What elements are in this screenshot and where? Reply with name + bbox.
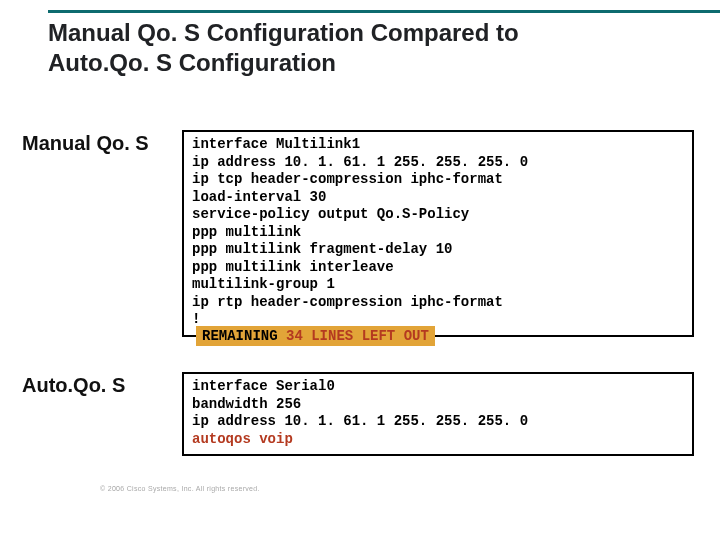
remaining-accent: 34 LINES LEFT OUT (286, 328, 429, 344)
auto-code-box: interface Serial0 bandwidth 256 ip addre… (182, 372, 694, 456)
auto-label: Auto.Qo. S (22, 372, 182, 397)
manual-code-box: interface Multilink1 ip address 10. 1. 6… (182, 130, 694, 337)
remaining-banner: REMAINING 34 LINES LEFT OUT (196, 326, 435, 346)
copyright: © 2006 Cisco Systems, Inc. All rights re… (100, 485, 260, 492)
title-rule (48, 10, 720, 13)
manual-label: Manual Qo. S (22, 130, 182, 155)
auto-row: Auto.Qo. S interface Serial0 bandwidth 2… (22, 372, 694, 456)
remaining-prefix: REMAINING (202, 328, 286, 344)
slide-title: Manual Qo. S Configuration Compared to A… (48, 18, 608, 78)
auto-code: interface Serial0 bandwidth 256 ip addre… (192, 378, 684, 448)
auto-code-highlight: autoqos voip (192, 431, 293, 447)
manual-row: Manual Qo. S interface Multilink1 ip add… (22, 130, 694, 337)
manual-code: interface Multilink1 ip address 10. 1. 6… (192, 136, 684, 329)
auto-code-plain: interface Serial0 bandwidth 256 ip addre… (192, 378, 528, 429)
